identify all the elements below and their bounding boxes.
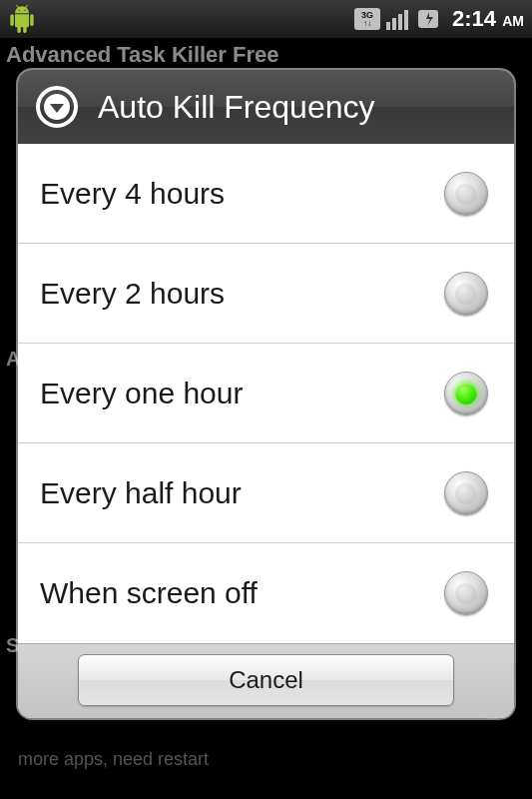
option-label: Every half hour — [40, 476, 242, 510]
android-icon — [8, 5, 36, 33]
battery-icon — [416, 8, 442, 30]
3g-icon: 3G ↑↓ — [354, 8, 380, 30]
option-label: Every one hour — [40, 377, 243, 410]
options-list: Every 4 hours Every 2 hours Every one ho… — [18, 144, 514, 643]
option-label: When screen off — [40, 576, 258, 610]
option-every-half-hour[interactable]: Every half hour — [18, 443, 514, 543]
option-when-screen-off[interactable]: When screen off — [18, 543, 514, 643]
svg-rect-2 — [398, 14, 402, 30]
option-label: Every 2 hours — [40, 277, 225, 311]
cancel-button[interactable]: Cancel — [78, 654, 454, 706]
option-label: Every 4 hours — [40, 177, 225, 211]
svg-rect-1 — [392, 18, 396, 30]
svg-rect-0 — [386, 22, 390, 30]
status-left — [8, 5, 36, 33]
signal-icon — [386, 8, 410, 30]
clock-ampm: AM — [502, 13, 524, 29]
dialog-title: Auto Kill Frequency — [98, 89, 374, 126]
status-right: 3G ↑↓ 2:14 AM — [354, 6, 524, 32]
status-bar: 3G ↑↓ 2:14 AM — [0, 0, 532, 38]
dropdown-circle-icon — [36, 86, 78, 128]
dialog-header: Auto Kill Frequency — [18, 70, 514, 144]
svg-rect-3 — [404, 10, 408, 30]
radio-button-selected[interactable] — [444, 372, 488, 415]
bg-subtext: more apps, need restart — [18, 749, 209, 770]
option-every-one-hour[interactable]: Every one hour — [18, 344, 514, 443]
radio-button[interactable] — [444, 172, 488, 216]
dialog-footer: Cancel — [18, 643, 514, 718]
clock-time: 2:14 — [452, 6, 496, 31]
option-every-2-hours[interactable]: Every 2 hours — [18, 244, 514, 344]
radio-button[interactable] — [444, 571, 488, 615]
radio-button[interactable] — [444, 272, 488, 316]
option-every-4-hours[interactable]: Every 4 hours — [18, 144, 514, 244]
bg-app-title: Advanced Task Killer Free — [6, 42, 279, 68]
clock: 2:14 AM — [452, 6, 524, 32]
radio-button[interactable] — [444, 471, 488, 515]
auto-kill-frequency-dialog: Auto Kill Frequency Every 4 hours Every … — [18, 70, 514, 718]
